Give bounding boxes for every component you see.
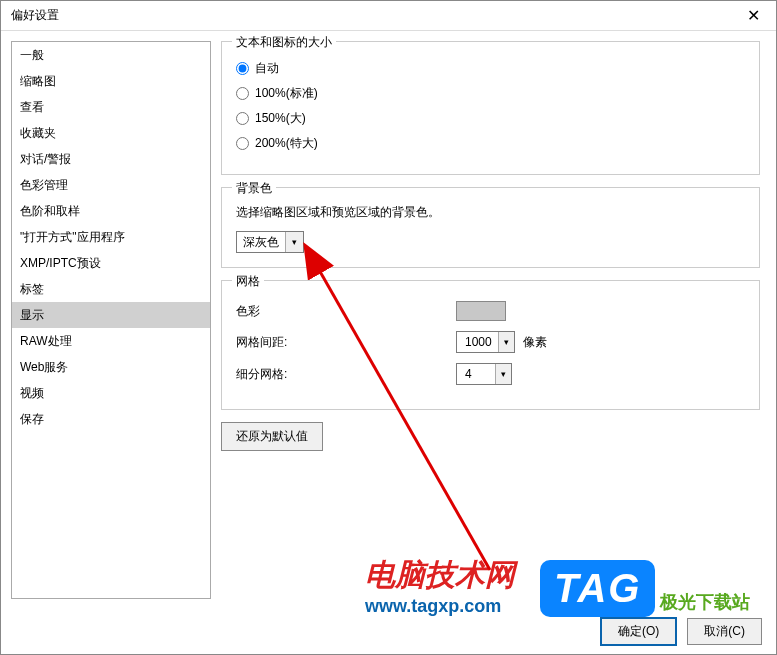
radio-200[interactable]: 200%(特大): [236, 135, 745, 152]
radio-150-input[interactable]: [236, 112, 249, 125]
preferences-dialog: 偏好设置 ✕ 一般 缩略图 查看 收藏夹 对话/警报 色彩管理 色阶和取样 "打…: [0, 0, 777, 655]
close-icon: ✕: [747, 6, 760, 25]
radio-auto-input[interactable]: [236, 62, 249, 75]
chevron-down-icon: ▾: [285, 232, 303, 252]
radio-100-input[interactable]: [236, 87, 249, 100]
grid-group: 网格 色彩 网格间距: 1000 ▾ 像素: [221, 280, 760, 410]
sidebar-item-display[interactable]: 显示: [12, 302, 210, 328]
grid-subdivision-select[interactable]: 4 ▾: [456, 363, 512, 385]
grid-group-title: 网格: [232, 273, 264, 290]
content-area: 一般 缩略图 查看 收藏夹 对话/警报 色彩管理 色阶和取样 "打开方式"应用程…: [1, 31, 776, 609]
sidebar-item-thumbnail[interactable]: 缩略图: [12, 68, 210, 94]
sidebar-item-labels[interactable]: 标签: [12, 276, 210, 302]
text-size-group: 文本和图标的大小 自动 100%(标准) 150%(大) 200%(特大): [221, 41, 760, 175]
sidebar-item-favorites[interactable]: 收藏夹: [12, 120, 210, 146]
grid-spacing-select[interactable]: 1000 ▾: [456, 331, 515, 353]
ok-button[interactable]: 确定(O): [600, 617, 677, 646]
chevron-down-icon: ▾: [495, 364, 511, 384]
reset-defaults-button[interactable]: 还原为默认值: [221, 422, 323, 451]
radio-auto-label: 自动: [255, 60, 279, 77]
radio-100-label: 100%(标准): [255, 85, 318, 102]
grid-subdivision-row: 细分网格: 4 ▾: [236, 363, 745, 385]
grid-spacing-value: 1000: [457, 335, 498, 349]
sidebar-item-levels-sampling[interactable]: 色阶和取样: [12, 198, 210, 224]
grid-spacing-label: 网格间距:: [236, 334, 456, 351]
radio-200-input[interactable]: [236, 137, 249, 150]
background-description: 选择缩略图区域和预览区域的背景色。: [236, 204, 745, 221]
grid-color-swatch[interactable]: [456, 301, 506, 321]
background-group-title: 背景色: [232, 180, 276, 197]
sidebar-item-xmp-iptc[interactable]: XMP/IPTC预设: [12, 250, 210, 276]
sidebar-item-raw[interactable]: RAW处理: [12, 328, 210, 354]
sidebar-item-video[interactable]: 视频: [12, 380, 210, 406]
radio-200-label: 200%(特大): [255, 135, 318, 152]
grid-color-label: 色彩: [236, 303, 456, 320]
background-group: 背景色 选择缩略图区域和预览区域的背景色。 深灰色 ▾: [221, 187, 760, 268]
radio-auto[interactable]: 自动: [236, 60, 745, 77]
sidebar-item-view[interactable]: 查看: [12, 94, 210, 120]
sidebar-item-color-management[interactable]: 色彩管理: [12, 172, 210, 198]
background-color-select[interactable]: 深灰色 ▾: [236, 231, 304, 253]
grid-color-row: 色彩: [236, 301, 745, 321]
sidebar-item-open-with[interactable]: "打开方式"应用程序: [12, 224, 210, 250]
window-title: 偏好设置: [11, 7, 59, 24]
sidebar-item-web[interactable]: Web服务: [12, 354, 210, 380]
grid-subdivision-value: 4: [457, 367, 495, 381]
close-button[interactable]: ✕: [731, 1, 776, 31]
sidebar-item-general[interactable]: 一般: [12, 42, 210, 68]
sidebar-item-dialog-alert[interactable]: 对话/警报: [12, 146, 210, 172]
sidebar: 一般 缩略图 查看 收藏夹 对话/警报 色彩管理 色阶和取样 "打开方式"应用程…: [11, 41, 211, 599]
main-panel: 文本和图标的大小 自动 100%(标准) 150%(大) 200%(特大): [221, 41, 766, 599]
cancel-button[interactable]: 取消(C): [687, 618, 762, 645]
radio-100[interactable]: 100%(标准): [236, 85, 745, 102]
grid-spacing-unit: 像素: [523, 334, 547, 351]
sidebar-item-save[interactable]: 保存: [12, 406, 210, 432]
text-size-group-title: 文本和图标的大小: [232, 34, 336, 51]
background-color-value: 深灰色: [237, 234, 285, 251]
radio-150-label: 150%(大): [255, 110, 306, 127]
dialog-footer: 确定(O) 取消(C): [1, 609, 776, 654]
radio-150[interactable]: 150%(大): [236, 110, 745, 127]
titlebar: 偏好设置 ✕: [1, 1, 776, 31]
grid-subdivision-label: 细分网格:: [236, 366, 456, 383]
chevron-down-icon: ▾: [498, 332, 514, 352]
grid-spacing-row: 网格间距: 1000 ▾ 像素: [236, 331, 745, 353]
